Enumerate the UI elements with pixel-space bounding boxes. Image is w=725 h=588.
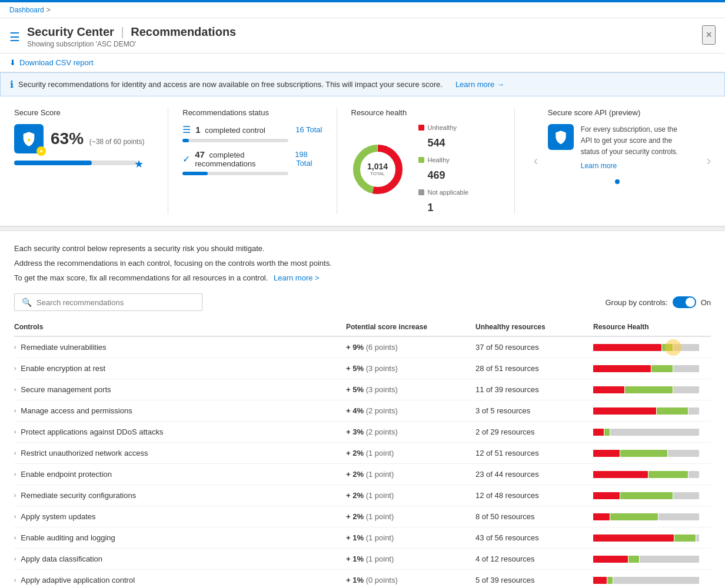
health-bar-red: [593, 471, 648, 478]
row-name-text: Protect applications against DDoS attack…: [21, 427, 163, 436]
table-row[interactable]: › Protect applications against DDoS atta…: [14, 422, 711, 443]
legend-healthy-label: Healthy: [428, 156, 450, 163]
api-content: For every subscription, use the API to g…: [548, 124, 687, 170]
svg-text:★: ★: [26, 137, 31, 143]
rec-status-label: Recommendations status: [182, 108, 322, 117]
page-title: Security Center | Recommendations: [27, 25, 236, 39]
desc-line3: To get the max score, fix all recommenda…: [14, 272, 711, 285]
metrics-section: Secure Score ★ ★ 63% (~38 of 60 points) …: [0, 96, 725, 226]
health-bar-container: [593, 407, 711, 415]
health-bar-green: [657, 407, 688, 415]
health-bar-red: [593, 386, 624, 393]
breadcrumb-sep: >: [46, 6, 51, 14]
download-csv-button[interactable]: ⬇ Download CSV report: [9, 58, 94, 67]
resource-count: 4 of 12 resources: [475, 554, 593, 563]
legend-na-label: Not applicable: [428, 189, 469, 196]
search-input[interactable]: [36, 298, 195, 307]
info-banner: ℹ Security recommendations for identity …: [0, 72, 725, 96]
health-bar: [593, 556, 699, 563]
table-row[interactable]: › Apply system updates + 2% (1 point) 8 …: [14, 506, 711, 527]
title-security-center: Security Center: [27, 25, 114, 38]
api-learn-more-link[interactable]: Learn more: [581, 162, 687, 170]
carousel-left-arrow[interactable]: ‹: [534, 153, 538, 169]
row-name: › Remediate security configurations: [14, 491, 346, 500]
healthy-count: 469: [418, 169, 469, 182]
breadcrumb-dashboard[interactable]: Dashboard: [9, 6, 44, 14]
chevron-icon: ›: [14, 344, 16, 350]
table-row[interactable]: › Remediate vulnerabilities + 9% (6 poin…: [14, 337, 711, 358]
health-bar-red: [593, 513, 610, 520]
section-divider: [0, 226, 725, 231]
close-button[interactable]: ×: [702, 25, 716, 45]
health-bar-gray: [689, 407, 699, 415]
resource-count: 12 of 51 resources: [475, 449, 593, 457]
chevron-icon: ›: [14, 534, 16, 541]
health-bar-green: [604, 429, 610, 436]
download-label: Download CSV report: [19, 58, 94, 67]
score-shield-container: ★ ★: [14, 124, 44, 153]
table-row[interactable]: › Enable encryption at rest + 5% (3 poin…: [14, 358, 711, 379]
row-name-text: Remediate security configurations: [21, 491, 136, 500]
recs-row: ✓ 47 completed recommendations 198 Total: [182, 149, 322, 168]
info-learn-more-link[interactable]: Learn more →: [455, 80, 504, 89]
resource-count: 11 of 39 resources: [475, 385, 593, 394]
row-name: › Apply data classification: [14, 554, 346, 563]
desc-learn-more-link[interactable]: Learn more >: [274, 273, 320, 282]
controls-bar-fill: [182, 139, 189, 142]
desc-line1: Each security control below represents a…: [14, 243, 711, 255]
group-by-toggle[interactable]: [673, 296, 696, 308]
search-row: 🔍 Group by controls: On: [14, 293, 711, 311]
table-row[interactable]: › Remediate security configurations + 2%…: [14, 485, 711, 506]
health-bar-container: [593, 471, 711, 478]
row-name: › Apply system updates: [14, 512, 346, 521]
secure-score-content: ★ ★ 63% (~38 of 60 points): [14, 124, 154, 153]
chevron-icon: ›: [14, 577, 16, 583]
row-name: › Protect applications against DDoS atta…: [14, 427, 346, 436]
table-header: Controls Potential score increase Unheal…: [14, 318, 711, 337]
breadcrumb[interactable]: Dashboard >: [0, 2, 725, 18]
table-row[interactable]: › Enable endpoint protection + 2% (1 poi…: [14, 464, 711, 485]
health-bar-container: [593, 429, 711, 436]
legend-unhealthy-label: Unhealthy: [428, 124, 457, 131]
score-increase: + 2% (1 point): [346, 449, 475, 457]
resource-health-content: 1,014 TOTAL Unhealthy 544 Healthy 469 No…: [351, 124, 491, 214]
health-bar-green: [648, 471, 689, 478]
health-bar: [593, 344, 699, 351]
legend-healthy-dot: [418, 157, 424, 163]
health-bar-container: [593, 450, 711, 457]
health-bar: [593, 365, 699, 372]
col-header-controls: Controls: [14, 323, 346, 331]
recs-completed: 47 completed recommendations: [195, 149, 290, 168]
table-row[interactable]: › Secure management ports + 5% (3 points…: [14, 379, 711, 400]
table-row[interactable]: › Apply data classification + 1% (1 poin…: [14, 549, 711, 570]
carousel-right-arrow[interactable]: ›: [707, 153, 711, 169]
health-bar-gray: [673, 344, 700, 351]
health-bar-red: [593, 407, 656, 415]
chevron-icon: ›: [14, 471, 16, 477]
table-row[interactable]: › Enable auditing and logging + 1% (1 po…: [14, 527, 711, 549]
menu-icon: ☰: [9, 30, 20, 44]
table-row[interactable]: › Manage access and permissions + 4% (2 …: [14, 400, 711, 422]
score-bar-star: ★: [134, 158, 144, 171]
resource-count: 2 of 29 resources: [475, 427, 593, 436]
table-row[interactable]: › Apply adaptive application control + 1…: [14, 570, 711, 588]
row-name: › Enable encryption at rest: [14, 364, 346, 373]
unhealthy-count: 544: [418, 137, 469, 149]
row-name-text: Secure management ports: [21, 385, 111, 394]
donut-total-label: TOTAL: [367, 171, 388, 176]
row-name: › Restrict unauthorized network access: [14, 449, 346, 457]
row-name-text: Restrict unauthorized network access: [21, 449, 148, 457]
row-name-text: Apply adaptive application control: [21, 576, 135, 584]
health-bar-container: [593, 386, 711, 393]
health-bar-red: [593, 344, 661, 351]
health-bar: [593, 492, 699, 499]
resource-health-label: Resource health: [351, 108, 491, 117]
health-bar-container: [593, 492, 711, 499]
health-bar-container: [593, 365, 711, 372]
table-row[interactable]: › Restrict unauthorized network access +…: [14, 443, 711, 464]
health-bar-red: [593, 556, 628, 563]
metrics-divider: [514, 108, 515, 214]
controls-total: 16 Total: [295, 125, 322, 134]
desc-line2: Address the recommendations in each cont…: [14, 258, 711, 270]
col-header-resources: Unhealthy resources: [475, 323, 593, 331]
